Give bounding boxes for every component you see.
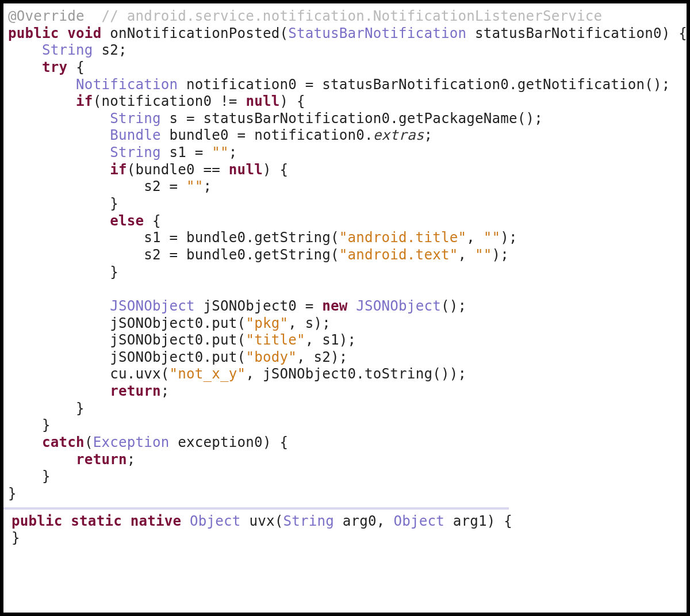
kw-static: static — [71, 513, 122, 529]
code-viewer: @Override // android.service.notificatio… — [3, 3, 687, 613]
type-string: String — [42, 42, 93, 58]
str-pkg: "pkg" — [246, 315, 288, 331]
kw-try: try — [42, 59, 67, 75]
comment-service: // android.service.notification.Notifica… — [101, 8, 602, 24]
type-exception: Exception — [93, 434, 170, 450]
type-object: Object — [190, 513, 241, 529]
str-android-title: "android.title" — [339, 229, 466, 246]
call-getpackagename: getPackageName — [398, 110, 518, 127]
kw-native: native — [131, 513, 182, 529]
var-jsonobject0: jSONObject0 — [204, 298, 297, 314]
str-empty-2: "" — [186, 178, 204, 194]
var-s1: s1 — [170, 144, 187, 160]
kw-return-2: return — [76, 452, 127, 468]
field-extras: extras — [373, 127, 424, 143]
str-empty-1: "" — [212, 144, 229, 160]
var-s2-decl: s2 — [101, 42, 118, 58]
kw-null: null — [246, 93, 279, 109]
kw-public: public — [8, 25, 59, 41]
str-title: "title" — [246, 332, 305, 348]
var-notification0: notification0 — [186, 76, 297, 93]
type-notification: Notification — [76, 76, 178, 93]
kw-new: new — [322, 298, 347, 314]
section-divider — [3, 507, 509, 510]
param-arg1: arg1 — [453, 513, 487, 529]
code-block-main: @Override // android.service.notificatio… — [3, 3, 687, 504]
str-android-text: "android.text" — [339, 247, 458, 263]
kw-if: if — [76, 93, 93, 109]
type-bundle: Bundle — [110, 127, 161, 143]
var-cu: cu — [110, 366, 127, 382]
call-uvx: uvx — [135, 366, 160, 382]
call-getnotification: getNotification — [518, 76, 645, 93]
str-body: "body" — [246, 349, 297, 365]
type-sbn: StatusBarNotification — [288, 25, 466, 41]
annotation-override: @Override — [8, 8, 85, 24]
var-bundle0: bundle0 — [170, 127, 229, 143]
str-not-x-y: "not_x_y" — [170, 366, 246, 382]
kw-else: else — [110, 213, 144, 229]
type-jsonobject: JSONObject — [110, 298, 195, 314]
kw-return-1: return — [110, 383, 161, 399]
kw-void: void — [67, 25, 101, 41]
method-uvx: uvx — [249, 513, 274, 529]
param-sbn: statusBarNotification0 — [475, 25, 662, 41]
var-exception0: exception0 — [178, 434, 263, 450]
method-name: onNotificationPosted — [110, 25, 279, 41]
kw-catch: catch — [42, 434, 85, 450]
code-block-native: public static native Object uvx(String a… — [3, 513, 687, 552]
param-arg0: arg0 — [343, 513, 377, 529]
var-s: s — [170, 110, 178, 127]
